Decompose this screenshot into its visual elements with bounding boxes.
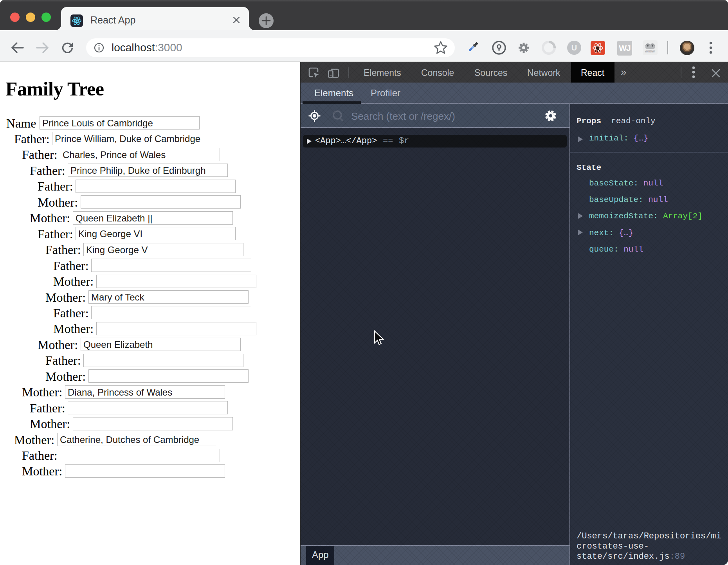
svg-text:ember: ember (645, 49, 656, 53)
